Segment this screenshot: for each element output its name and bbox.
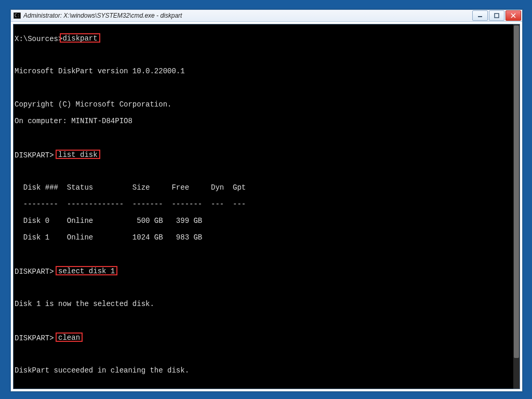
svg-rect-3 <box>495 14 499 18</box>
table-header: Disk ### Status Size Free Dyn Gpt <box>15 183 512 192</box>
output-line: On computer: MININT-D84PIO8 <box>15 117 512 125</box>
output-line: Copyright (C) Microsoft Corporation. <box>15 100 512 109</box>
command-prompt-window: C: Administrator: X:\windows\SYSTEM32\cm… <box>10 9 523 392</box>
table-row: Disk 1 Online 1024 GB 983 GB <box>15 233 512 242</box>
terminal[interactable]: X:\Sources>diskpart Microsoft DiskPart v… <box>13 24 520 389</box>
maximize-button[interactable] <box>489 10 504 21</box>
prompt-text: DISKPART> <box>15 151 54 159</box>
window-controls <box>471 10 521 21</box>
cmd-diskpart: diskpart <box>60 33 100 43</box>
terminal-content: X:\Sources>diskpart Microsoft DiskPart v… <box>15 25 512 389</box>
window-title: Administrator: X:\windows\SYSTEM32\cmd.e… <box>23 12 471 19</box>
titlebar[interactable]: C: Administrator: X:\windows\SYSTEM32\cm… <box>11 10 522 22</box>
cmd-list-disk: list disk <box>56 150 100 159</box>
table-row: Disk 0 Online 500 GB 399 GB <box>15 217 512 225</box>
svg-text:C:: C: <box>15 14 20 18</box>
output-line: Microsoft DiskPart version 10.0.22000.1 <box>15 67 512 75</box>
minimize-button[interactable] <box>472 10 488 21</box>
cmd-clean: clean <box>56 332 83 342</box>
output-line: DiskPart succeeded in cleaning the disk. <box>15 366 512 375</box>
prompt-text: DISKPART> <box>15 334 54 342</box>
scrollbar-thumb[interactable] <box>514 25 519 358</box>
cmd-select-disk: select disk 1 <box>56 266 117 275</box>
cmd-icon: C: <box>13 11 21 20</box>
output-line: Disk 1 is now the selected disk. <box>15 300 512 308</box>
close-button[interactable] <box>506 10 521 21</box>
scrollbar[interactable] <box>513 24 520 389</box>
prompt-text: DISKPART> <box>15 268 54 276</box>
prompt-text: X:\Sources> <box>15 35 62 43</box>
table-divider: -------- ------------- ------- ------- -… <box>15 200 512 208</box>
